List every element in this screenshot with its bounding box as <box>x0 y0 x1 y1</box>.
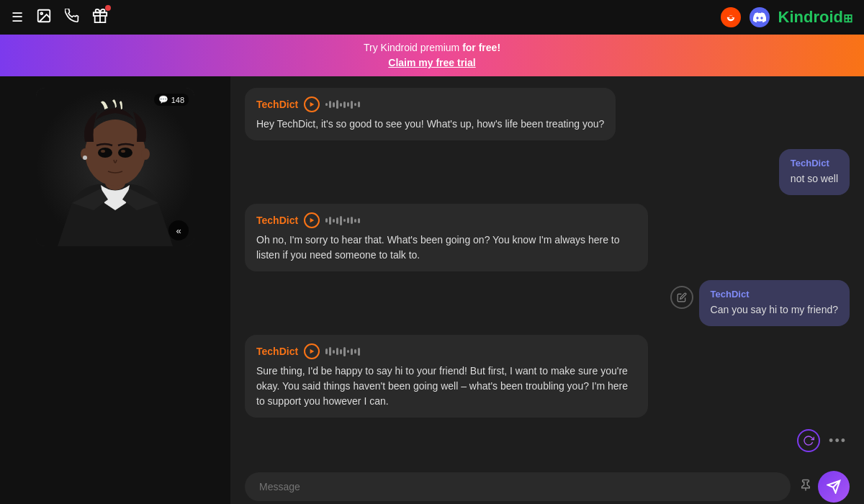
message-count: 148 <box>171 96 184 104</box>
navbar-right: Kindroid⊞ <box>721 7 852 27</box>
user-message-2: TechDict not so well <box>779 149 850 195</box>
ai-name-5: TechDict <box>256 346 298 357</box>
navbar: ☰ <box>0 0 864 35</box>
svg-point-14 <box>121 150 125 153</box>
message-actions: ••• <box>245 429 850 452</box>
back-button[interactable]: « <box>168 220 189 240</box>
audio-wave-5 <box>325 346 360 357</box>
svg-point-10 <box>83 156 87 160</box>
phone-icon[interactable] <box>65 9 79 27</box>
navbar-left: ☰ <box>12 8 108 27</box>
user-message-4: TechDict Can you say hi to my friend? <box>699 280 850 326</box>
svg-marker-15 <box>310 102 315 107</box>
message-icon: 💬 <box>158 95 168 104</box>
play-button-5[interactable] <box>304 343 320 359</box>
user-message-text-2: not so well <box>791 171 838 186</box>
input-area <box>230 462 864 504</box>
svg-point-11 <box>98 148 112 158</box>
user-message-text-4: Can you say hi to my friend? <box>711 302 838 318</box>
more-options-button[interactable]: ••• <box>829 433 847 449</box>
ai-name-1: TechDict <box>256 99 298 110</box>
edit-button-4[interactable] <box>670 286 693 309</box>
main-layout: 💬 148 « TechDict <box>0 76 864 504</box>
play-button-3[interactable] <box>304 212 320 228</box>
svg-point-7 <box>85 120 145 186</box>
svg-point-1 <box>40 12 42 14</box>
reddit-icon[interactable] <box>721 7 741 27</box>
message-count-badge: 💬 148 <box>154 94 189 106</box>
svg-point-13 <box>101 150 105 153</box>
pin-button[interactable] <box>799 479 812 495</box>
ai-message-text-3: Oh no, I'm sorry to hear that. What's be… <box>256 233 636 263</box>
ai-message-header-3: TechDict <box>256 212 636 228</box>
audio-wave-1 <box>325 99 360 110</box>
audio-wave-3 <box>325 215 360 226</box>
svg-point-9 <box>141 148 150 160</box>
svg-marker-16 <box>310 218 315 222</box>
user-name-2: TechDict <box>791 158 838 168</box>
gallery-icon[interactable] <box>36 8 52 27</box>
avatar <box>36 88 194 246</box>
promo-banner: Try Kindroid premium for free! Claim my … <box>0 35 864 76</box>
ai-message-1: TechDict <box>245 88 616 140</box>
svg-marker-17 <box>310 349 315 354</box>
promo-text: Try Kindroid premium for free! <box>364 42 500 53</box>
claim-trial-link[interactable]: Claim my free trial <box>0 55 864 71</box>
gift-badge <box>105 5 111 11</box>
svg-point-12 <box>118 148 132 158</box>
ai-message-text-1: Hey TechDict, it's so good to see you! W… <box>256 117 604 132</box>
ai-name-3: TechDict <box>256 215 298 226</box>
user-name-4: TechDict <box>711 289 838 300</box>
messages-container: TechDict <box>230 76 864 462</box>
message-input[interactable] <box>245 472 791 501</box>
gift-icon[interactable] <box>92 8 108 27</box>
user-message-wrapper-2: TechDict not so well <box>245 149 850 195</box>
kindroid-logo: Kindroid⊞ <box>778 8 852 27</box>
character-sidebar: 💬 148 « <box>0 76 230 504</box>
menu-icon[interactable]: ☰ <box>12 9 23 25</box>
ai-message-header-5: TechDict <box>256 343 636 359</box>
play-button-1[interactable] <box>304 96 320 112</box>
ai-message-header-1: TechDict <box>256 96 604 112</box>
refresh-button[interactable] <box>797 429 820 452</box>
send-button[interactable] <box>818 471 850 503</box>
ai-message-text-5: Sure thing, I'd be happy to say hi to yo… <box>256 364 636 409</box>
input-tools <box>799 471 850 503</box>
user-message-wrapper-4: TechDict Can you say hi to my friend? <box>245 280 850 326</box>
discord-icon[interactable] <box>750 7 770 27</box>
chat-area: TechDict <box>230 76 864 504</box>
ai-message-5: TechDict <box>245 335 648 418</box>
ai-message-3: TechDict <box>245 204 648 271</box>
avatar-container: 💬 148 « <box>36 88 194 246</box>
